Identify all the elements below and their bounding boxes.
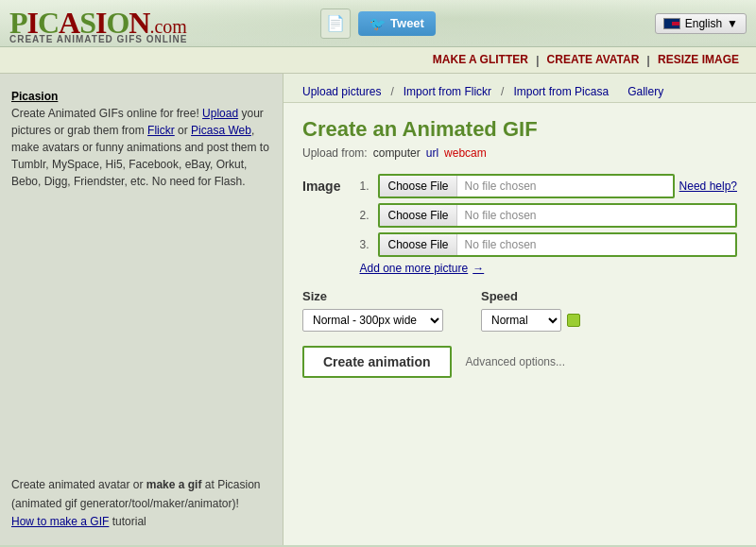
- add-more-label: Add one more picture: [359, 262, 468, 275]
- upload-from-row: Upload from: computer url webcam: [302, 146, 737, 160]
- file-name-3: No file chosen: [457, 238, 544, 251]
- row-num-3: 3.: [359, 238, 373, 251]
- tab-sep-2: /: [499, 81, 506, 102]
- tab-import-picasa[interactable]: Import from Picasa: [506, 81, 616, 102]
- sidebar-flickr-link[interactable]: Flickr: [147, 124, 175, 137]
- upload-webcam-link[interactable]: webcam: [444, 146, 487, 160]
- sidebar-top: Picasion Create Animated GIFs online for…: [11, 88, 271, 190]
- speed-label: Speed: [481, 289, 580, 303]
- page-title: Create an Animated GIF: [302, 117, 737, 142]
- add-more-picture-link[interactable]: Add one more picture →: [359, 262, 737, 275]
- tagline: CREATE ANIMATED GIFS ONLINE: [9, 34, 187, 44]
- create-animation-button[interactable]: Create animation: [302, 346, 452, 378]
- file-input-wrapper-2: Choose File No file chosen: [378, 203, 737, 228]
- upload-computer-link[interactable]: computer: [373, 146, 421, 160]
- header-right: English ▼: [655, 13, 747, 34]
- tweet-label: Tweet: [390, 16, 424, 30]
- tweet-button[interactable]: 🐦 Tweet: [358, 11, 436, 36]
- sidebar-upload-link[interactable]: Upload: [202, 107, 238, 120]
- tab-upload-pictures[interactable]: Upload pictures: [295, 81, 388, 102]
- language-button[interactable]: English ▼: [655, 13, 747, 34]
- file-row-2: 2. Choose File No file chosen: [359, 203, 737, 228]
- content-body: Create an Animated GIF Upload from: comp…: [284, 103, 756, 392]
- sidebar-how-to-link[interactable]: How to make a GIF: [11, 515, 109, 528]
- file-input-wrapper-1: Choose File No file chosen: [378, 174, 674, 198]
- file-row-1: 1. Choose File No file chosen Need help?: [359, 174, 737, 198]
- twitter-icon: 🐦: [369, 16, 386, 31]
- sidebar-description: Create Animated GIFs online for free! Up…: [11, 107, 269, 188]
- size-option-group: Size Tiny - 160px wide Small - 200px wid…: [302, 289, 443, 332]
- sidebar-bottom: Create animated avatar or make a gif at …: [11, 476, 271, 531]
- need-help-link[interactable]: Need help?: [679, 179, 737, 193]
- tab-gallery[interactable]: Gallery: [620, 81, 671, 102]
- file-inputs: 1. Choose File No file chosen Need help?…: [359, 174, 737, 275]
- header-center: 📄 🐦 Tweet: [320, 9, 436, 39]
- tab-import-flickr[interactable]: Import from Flickr: [396, 81, 499, 102]
- upload-url-link[interactable]: url: [426, 146, 438, 160]
- language-label: English: [685, 17, 722, 30]
- sidebar-tutorial: tutorial: [109, 515, 146, 528]
- sidebar-footer-text: Create animated avatar or: [11, 478, 146, 491]
- choose-file-btn-3[interactable]: Choose File: [380, 234, 456, 255]
- main: Picasion Create Animated GIFs online for…: [0, 74, 756, 545]
- advanced-options-link[interactable]: Advanced options...: [466, 355, 565, 368]
- tab-sep-1: /: [388, 81, 395, 102]
- sidebar-site-name: Picasion: [11, 90, 58, 103]
- options-row: Size Tiny - 160px wide Small - 200px wid…: [302, 289, 737, 332]
- speed-select[interactable]: Slow Normal Fast Very Fast: [481, 309, 561, 332]
- row-num-2: 2.: [359, 209, 373, 222]
- speed-option-group: Speed Slow Normal Fast Very Fast: [481, 289, 580, 332]
- speed-row: Slow Normal Fast Very Fast: [481, 309, 580, 332]
- sidebar: Picasion Create Animated GIFs online for…: [0, 74, 284, 545]
- nav-create-avatar[interactable]: CREATE AVATAR: [540, 53, 647, 67]
- navbar: MAKE A GLITTER | CREATE AVATAR | RESIZE …: [0, 47, 756, 74]
- content: Upload pictures / Import from Flickr / I…: [284, 74, 756, 545]
- file-name-1: No file chosen: [457, 179, 544, 193]
- file-name-2: No file chosen: [457, 209, 544, 222]
- upload-from-label: Upload from:: [302, 146, 368, 160]
- chevron-down-icon: ▼: [727, 17, 738, 30]
- content-tabs: Upload pictures / Import from Flickr / I…: [284, 74, 756, 103]
- file-input-wrapper-3: Choose File No file chosen: [378, 232, 737, 257]
- speed-checkbox[interactable]: [567, 314, 580, 327]
- flag-icon: [663, 18, 680, 29]
- nav-make-glitter[interactable]: MAKE A GLITTER: [425, 53, 536, 67]
- size-label: Size: [302, 289, 443, 303]
- file-row-3: 3. Choose File No file chosen: [359, 232, 737, 257]
- upload-doc-icon: 📄: [320, 9, 351, 39]
- choose-file-btn-2[interactable]: Choose File: [380, 205, 456, 226]
- choose-file-btn-1[interactable]: Choose File: [380, 176, 456, 197]
- arrow-right-icon: →: [472, 262, 484, 275]
- sidebar-picasa-link[interactable]: Picasa Web: [191, 124, 251, 137]
- header: PICASION .com CREATE ANIMATED GIFS ONLIN…: [0, 0, 756, 47]
- nav-resize-image[interactable]: RESIZE IMAGE: [650, 53, 747, 67]
- row-num-1: 1.: [359, 179, 373, 193]
- image-section: Image 1. Choose File No file chosen Need…: [302, 174, 737, 275]
- image-label: Image: [302, 174, 340, 275]
- sidebar-make-gif: make a gif: [146, 478, 202, 491]
- action-row: Create animation Advanced options...: [302, 346, 737, 378]
- size-select[interactable]: Tiny - 160px wide Small - 200px wide Nor…: [302, 309, 443, 332]
